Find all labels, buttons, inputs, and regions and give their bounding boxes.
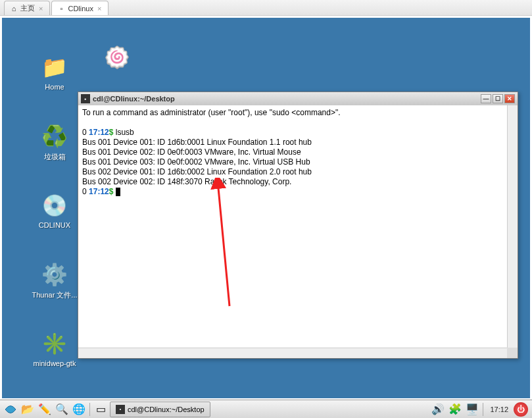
icon-label: minidwep-gtk <box>25 359 84 367</box>
horizontal-scrollbar[interactable] <box>78 348 507 358</box>
home-icon: ⌂ <box>10 5 18 13</box>
desktop-icon-home[interactable]: 📁 Home <box>25 54 84 91</box>
prompt-time: 17:12 <box>89 128 109 137</box>
start-menu-button[interactable] <box>3 402 18 417</box>
terminal-prompt-line: 0 17:12$ lsusb <box>82 128 514 138</box>
prompt-time: 17:12 <box>89 187 109 196</box>
file-manager-launcher[interactable]: 📂 <box>20 402 36 417</box>
icon-label: 垃圾箱 <box>25 152 84 162</box>
terminal-output-line: Bus 001 Device 001: ID 1d6b:0001 Linux F… <box>82 138 514 147</box>
terminal-titlebar[interactable]: ▪ cdl@CDlinux:~/Desktop — ☐ ✕ <box>78 92 518 105</box>
power-button[interactable]: ⏻ <box>514 402 528 417</box>
terminal-command: lsusb <box>116 128 134 137</box>
task-label: cdl@CDlinux:~/Desktop <box>128 405 205 413</box>
tab-label: 主页 <box>20 3 35 13</box>
terminal-title: cdl@CDlinux:~/Desktop <box>93 95 479 103</box>
taskbar-separator <box>483 403 483 416</box>
icon-label: CDLINUX <box>25 221 84 229</box>
taskbar-clock[interactable]: 17:12 <box>486 405 512 413</box>
maximize-button[interactable]: ☐ <box>493 94 503 103</box>
tab-label: CDlinux <box>68 5 93 13</box>
folder-icon: 📁 <box>41 54 68 80</box>
desktop-icon-candy[interactable]: 🍥 <box>104 44 130 73</box>
terminal-icon: ▪ <box>81 94 90 103</box>
cd-icon: 💿 <box>41 192 68 219</box>
desktop-icon-thunar[interactable]: ⚙️ Thunar 文件... <box>25 261 84 300</box>
page-icon: ▫ <box>57 5 65 13</box>
desktop-icon-minidwep[interactable]: ✳️ minidwep-gtk <box>25 330 84 367</box>
desktop-icon-cdlinux[interactable]: 💿 CDLINUX <box>25 192 84 229</box>
terminal-output-line: Bus 001 Device 003: ID 0e0f:0002 VMware,… <box>82 157 514 167</box>
browser-tab-bar: ⌂ 主页 × ▫ CDlinux × <box>0 0 532 16</box>
browser-launcher[interactable]: 🌐 <box>71 402 87 417</box>
show-desktop-button[interactable]: ▭ <box>93 402 109 417</box>
taskbar: 📂 ✏️ 🔍 🌐 ▭ ▪ cdl@CDlinux:~/Desktop 🔊 🧩 🖥… <box>0 400 532 418</box>
app-icon: ✳️ <box>41 330 68 357</box>
prompt-number: 0 <box>82 187 87 196</box>
terminal-window[interactable]: ▪ cdl@CDlinux:~/Desktop — ☐ ✕ To run a c… <box>78 91 518 359</box>
desktop-area[interactable]: 📁 Home ♻️ 垃圾箱 💿 CDLINUX ⚙️ Thunar 文件... … <box>2 18 530 398</box>
icon-label: Home <box>25 83 84 91</box>
taskbar-task-terminal[interactable]: ▪ cdl@CDlinux:~/Desktop <box>110 402 210 417</box>
scroll-resize-corner[interactable] <box>507 348 518 358</box>
prompt-dollar: $ <box>109 187 114 196</box>
terminal-icon: ▪ <box>116 405 125 414</box>
terminal-cursor <box>116 188 120 196</box>
minimize-button[interactable]: — <box>481 94 491 103</box>
volume-tray-icon[interactable]: 🔊 <box>430 402 446 417</box>
close-button[interactable]: ✕ <box>504 94 515 103</box>
prompt-dollar: $ <box>109 128 114 137</box>
desktop-icon-trash[interactable]: ♻️ 垃圾箱 <box>25 123 84 162</box>
terminal-body[interactable]: To run a command as administrator (user … <box>78 105 518 358</box>
terminal-intro-text: To run a command as administrator (user … <box>82 108 514 118</box>
search-launcher[interactable]: 🔍 <box>54 402 70 417</box>
vertical-scrollbar[interactable] <box>507 105 518 348</box>
candy-icon: 🍥 <box>104 44 130 70</box>
terminal-output-line: Bus 002 Device 002: ID 148f:3070 Ralink … <box>82 177 514 187</box>
app-tray-icon[interactable]: 🧩 <box>447 402 463 417</box>
tab-close-icon[interactable]: × <box>96 5 103 13</box>
trash-icon: ♻️ <box>41 123 68 149</box>
browser-tab-home[interactable]: ⌂ 主页 × <box>4 1 50 15</box>
icon-label: Thunar 文件... <box>25 290 84 300</box>
taskbar-separator <box>89 403 90 416</box>
tab-close-icon[interactable]: × <box>37 5 44 13</box>
network-tray-icon[interactable]: 🖥️ <box>464 402 480 417</box>
editor-launcher[interactable]: ✏️ <box>37 402 53 417</box>
prompt-number: 0 <box>82 128 87 137</box>
terminal-output-line: Bus 001 Device 002: ID 0e0f:0003 VMware,… <box>82 147 514 157</box>
file-manager-icon: ⚙️ <box>41 261 68 288</box>
terminal-output-line: Bus 002 Device 001: ID 1d6b:0002 Linux F… <box>82 167 514 177</box>
terminal-prompt-line: 0 17:12$ <box>82 187 514 197</box>
browser-tab-cdlinux[interactable]: ▫ CDlinux × <box>51 1 109 15</box>
